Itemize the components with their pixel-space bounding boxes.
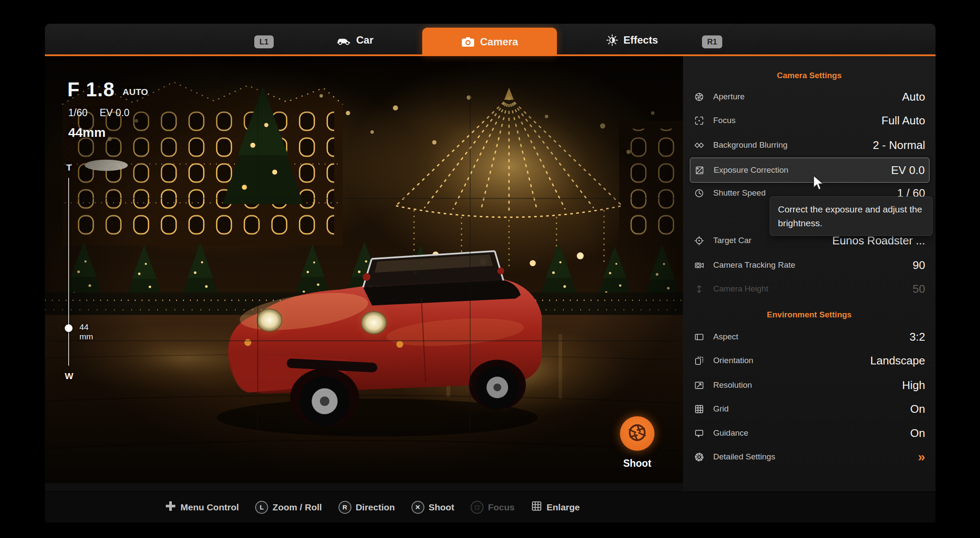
shutter-ev-readout: 1/60 EV 0.0: [68, 107, 130, 119]
effects-icon: [606, 34, 618, 46]
shoot-button[interactable]: [620, 416, 654, 451]
aspect-setting-icon: [694, 332, 710, 342]
control-hints-bar: Menu Control L Zoom / Roll R Direction ✕…: [45, 491, 936, 522]
guidance-setting-icon: [694, 428, 710, 438]
setting-value: Full Auto: [882, 114, 925, 127]
hint-label: Focus: [488, 502, 515, 513]
hint-label: Enlarge: [547, 502, 580, 513]
detailed-settings-chevron: »: [918, 449, 925, 464]
camera-settings-title: Camera Settings: [683, 71, 936, 80]
l1-label: L1: [259, 38, 269, 47]
setting-row-focus[interactable]: Focus Full Auto: [690, 109, 929, 132]
r1-button-badge: R1: [702, 35, 722, 48]
left-stick-glyph: L: [260, 503, 264, 511]
setting-row-background-blurring[interactable]: Background Blurring 2 - Normal: [690, 133, 929, 157]
tab-effects-label: Effects: [623, 34, 658, 46]
left-stick-icon: L: [255, 501, 268, 514]
aperture-value: F 1.8: [67, 79, 115, 99]
setting-label: Background Blurring: [713, 140, 787, 150]
cross-button-icon: ✕: [411, 501, 424, 514]
exposure-readout: F 1.8 AUTO: [67, 79, 148, 99]
aperture-setting-icon: [694, 92, 710, 102]
camera-icon: [461, 37, 475, 47]
hint-label: Zoom / Roll: [272, 502, 322, 513]
orientation-setting-icon: [694, 356, 710, 366]
zoom-track[interactable]: [68, 178, 69, 366]
setting-row-grid[interactable]: Grid On: [690, 397, 929, 421]
setting-value: On: [910, 402, 925, 416]
tab-bar: L1 Car Camera Effects R1: [45, 24, 936, 56]
environment-settings-title: Environment Settings: [683, 310, 936, 320]
setting-row-camera-height[interactable]: Camera Height 50: [690, 277, 929, 301]
focal-length-readout: 44mm: [68, 125, 106, 140]
viewfinder[interactable]: F 1.8 AUTO 1/60 EV 0.0 44mm T 44 mm W Sh…: [45, 56, 683, 483]
camera-tracking-rate-setting-icon: [694, 260, 710, 270]
aperture-mode: AUTO: [123, 87, 148, 99]
setting-label: Shutter Speed: [713, 188, 765, 198]
grid-setting-icon: [694, 404, 710, 414]
setting-value: 2 - Normal: [873, 139, 925, 152]
hint-zoom-roll: L Zoom / Roll: [255, 501, 322, 514]
hint-menu-control: Menu Control: [165, 500, 239, 514]
setting-label: Guidance: [713, 428, 748, 438]
setting-row-resolution[interactable]: Resolution High: [690, 373, 929, 397]
setting-label: Detailed Settings: [713, 452, 775, 462]
tab-car-label: Car: [356, 34, 373, 46]
camera-height-setting-icon: [694, 284, 710, 294]
setting-row-exposure-correction[interactable]: Exposure Correction EV 0.0: [690, 158, 929, 183]
resolution-setting-icon: [694, 380, 710, 390]
background-blurring-setting-icon: [694, 140, 710, 150]
zoom-handle[interactable]: [65, 324, 73, 332]
tab-effects[interactable]: Effects: [595, 24, 669, 56]
target-car-setting-icon: [694, 236, 710, 246]
hint-focus: □ Focus: [471, 501, 515, 514]
zoom-tele-label: T: [63, 162, 75, 173]
setting-value: High: [902, 379, 925, 392]
setting-row-aspect[interactable]: Aspect 3:2: [690, 325, 929, 348]
setting-value: Eunos Roadster ...: [832, 234, 925, 247]
hint-label: Shoot: [429, 502, 454, 513]
setting-row-aperture[interactable]: Aperture Auto: [690, 85, 929, 108]
stage: L1 Car Camera Effects R1: [0, 0, 980, 538]
detailed-settings-gear-icon: [694, 452, 710, 462]
setting-label: Orientation: [713, 356, 753, 365]
setting-label: Aspect: [713, 332, 738, 342]
setting-row-camera-tracking-rate[interactable]: Camera Tracking Rate 90: [690, 253, 929, 277]
setting-value: On: [910, 427, 925, 440]
square-button-icon: □: [471, 501, 484, 514]
setting-label: Target Car: [713, 236, 752, 245]
setting-label: Focus: [713, 116, 736, 125]
exposure-correction-setting-icon: [695, 165, 710, 175]
night-scene-photo: [45, 56, 683, 483]
setting-row-guidance[interactable]: Guidance On: [690, 421, 929, 445]
setting-label: Aperture: [713, 92, 745, 101]
shoot-button-label: Shoot: [607, 458, 667, 469]
zoom-value-label: 44 mm: [79, 323, 93, 342]
l1-button-badge: L1: [254, 35, 274, 48]
setting-row-orientation[interactable]: Orientation Landscape: [690, 349, 929, 372]
setting-label: Resolution: [713, 380, 752, 390]
hint-direction: R Direction: [338, 501, 395, 514]
tab-car[interactable]: Car: [325, 24, 385, 56]
setting-label: Grid: [713, 404, 729, 414]
right-stick-glyph: R: [342, 503, 347, 511]
focus-setting-icon: [694, 116, 710, 126]
setting-value: EV 0.0: [891, 164, 925, 177]
setting-value: Landscape: [870, 354, 925, 367]
tab-camera-label: Camera: [480, 36, 518, 48]
settings-panel: Camera Settings Aperture Auto Focus Full…: [683, 56, 936, 492]
car-icon: [336, 35, 351, 45]
tab-camera[interactable]: Camera: [422, 28, 557, 56]
shutter-aperture-icon: [627, 422, 648, 445]
hint-shoot: ✕ Shoot: [411, 501, 454, 514]
setting-label: Exposure Correction: [714, 165, 788, 175]
zoom-wide-label: W: [63, 371, 75, 381]
shutter-speed-setting-icon: [694, 188, 710, 198]
setting-label: Camera Height: [713, 284, 768, 294]
setting-row-detailed-settings[interactable]: Detailed Settings »: [690, 445, 929, 468]
setting-value: 50: [913, 282, 925, 296]
hint-label: Direction: [356, 502, 395, 513]
setting-label: Camera Tracking Rate: [713, 260, 795, 270]
square-button-glyph: □: [475, 503, 479, 511]
ev-value: EV 0.0: [100, 107, 130, 119]
